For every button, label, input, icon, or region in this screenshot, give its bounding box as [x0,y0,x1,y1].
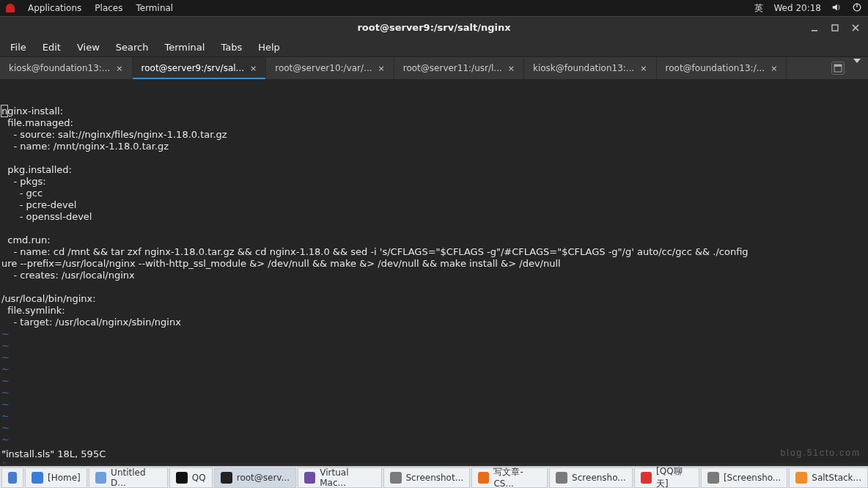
taskbar-button[interactable]: Screenshot... [383,467,471,488]
taskbar-button[interactable]: Screensho... [549,467,633,488]
taskbar-label: Screensho... [572,473,626,483]
volume-icon[interactable] [831,2,842,15]
minimize-button[interactable] [806,20,823,36]
editor-line [1,281,867,293]
vim-empty-line: ~ [1,375,867,387]
editor-line: cmd.run: [1,234,867,246]
editor-line: - name: cd /mnt && tar zxf nginx-1.18.0.… [1,246,867,258]
ime-indicator[interactable]: 英 [754,2,763,15]
desktop-taskbar: [Home]Untitled D...QQroot@serv...Virtual… [0,466,868,488]
taskbar-label: root@serv... [237,473,290,483]
menu-edit[interactable]: Edit [35,40,68,55]
new-tab-button[interactable] [831,62,845,75]
terminal-viewport[interactable]: nginx-install: file.managed: - source: s… [0,79,868,463]
editor-line: ure --prefix=/usr/local/nginx --with-htt… [1,258,867,270]
editor-line: file.symlink: [1,305,867,317]
editor-line: /usr/local/bin/nginx: [1,293,867,305]
taskbar-label: 写文章-CS... [493,466,541,488]
taskbar-label: [Home] [48,473,81,483]
tab-label: root@foundation13:/... [666,63,765,73]
editor-line [1,223,867,234]
vim-empty-line: ~ [1,387,867,399]
menu-view[interactable]: View [70,40,107,55]
close-icon[interactable]: × [250,64,257,73]
taskbar-button[interactable]: root@serv... [214,467,296,488]
terminal-tab[interactable]: root@foundation13:/...× [657,57,787,79]
close-button[interactable] [847,20,864,36]
editor-line: - source: salt://nginx/files/nginx-1.18.… [1,129,867,141]
taskbar-button[interactable]: QQ [169,467,213,488]
window-title-bar: root@server9:/srv/salt/nginx [0,16,868,38]
terminal-tab[interactable]: kiosk@foundation13:...× [524,57,657,79]
window-title: root@server9:/srv/salt/nginx [357,22,510,33]
clock[interactable]: Wed 20:18 [773,3,821,13]
menu-file[interactable]: File [3,40,34,55]
editor-line: - target: /usr/local/nginx/sbin/nginx [1,317,867,328]
menu-tabs[interactable]: Tabs [213,40,249,55]
editor-line: - pcre-devel [1,199,867,211]
taskbar-button[interactable]: 写文章-CS... [471,467,548,488]
vim-empty-line: ~ [1,410,867,422]
tab-label: kiosk@foundation13:... [533,63,634,73]
app-icon [556,472,567,484]
vim-empty-line: ~ [1,399,867,410]
vim-empty-line: ~ [1,422,867,434]
show-desktop-button[interactable] [1,467,23,488]
maximize-button[interactable] [827,20,843,36]
taskbar-button[interactable]: SaltStack... [789,467,868,488]
taskbar-button[interactable]: [Screensho... [701,467,787,488]
vim-empty-line: ~ [1,340,867,352]
close-icon[interactable]: × [640,64,647,73]
terminal-tab[interactable]: kiosk@foundation13:...× [0,57,133,79]
terminal-tab[interactable]: root@server9:/srv/sal...× [133,57,267,79]
close-icon[interactable]: × [508,64,515,73]
editor-line: - openssl-devel [1,211,867,223]
svg-rect-3 [832,25,838,31]
menu-places[interactable]: Places [95,3,122,13]
vim-empty-line: ~ [1,363,867,375]
tab-label: kiosk@foundation13:... [9,63,110,73]
menu-search[interactable]: Search [108,40,156,55]
taskbar-label: Screenshot... [406,473,464,483]
app-icon [304,472,315,484]
tab-label: root@server10:/var/... [275,63,372,73]
power-icon[interactable] [852,2,862,15]
taskbar-label: Virtual Mac... [320,467,375,488]
watermark: blog.51cto.com [781,447,861,459]
app-icon [32,472,43,484]
close-icon[interactable]: × [378,64,385,73]
taskbar-button[interactable]: [QQ聊天] [634,467,699,488]
terminal-tab[interactable]: root@server10:/var/...× [266,57,394,79]
vim-empty-line: ~ [1,352,867,363]
tab-label: root@server11:/usr/l... [403,63,502,73]
close-icon[interactable]: × [770,64,777,73]
taskbar-button[interactable]: Untitled D... [89,467,168,488]
taskbar-label: QQ [192,473,206,483]
app-icon [221,472,232,484]
editor-line: - pkgs: [1,176,867,188]
close-icon[interactable]: × [116,64,122,73]
tab-menu-button[interactable] [853,63,861,73]
app-icon [641,472,652,484]
vim-empty-line: ~ [1,434,867,446]
app-icon [707,472,719,484]
menu-terminal[interactable]: Terminal [136,3,173,13]
menu-help[interactable]: Help [251,40,287,55]
taskbar-label: SaltStack... [812,473,861,483]
tab-label: root@server9:/srv/sal... [141,63,244,73]
menu-applications[interactable]: Applications [28,3,81,13]
taskbar-label: Untitled D... [111,467,161,488]
app-icon [390,472,402,484]
editor-line: pkg.installed: [1,164,867,176]
app-icon [176,472,188,484]
vim-empty-line: ~ [1,328,867,340]
svg-rect-5 [834,64,842,67]
app-menu-bar: File Edit View Search Terminal Tabs Help [0,38,868,57]
taskbar-button[interactable]: [Home] [25,467,87,488]
taskbar-label: [QQ聊天] [656,465,693,489]
taskbar-button[interactable]: Virtual Mac... [298,467,382,488]
redhat-icon [6,4,15,12]
terminal-tab[interactable]: root@server11:/usr/l...× [394,57,524,79]
editor-line: - name: /mnt/nginx-1.18.0.tar.gz [1,141,867,152]
menu-terminal[interactable]: Terminal [157,40,212,55]
